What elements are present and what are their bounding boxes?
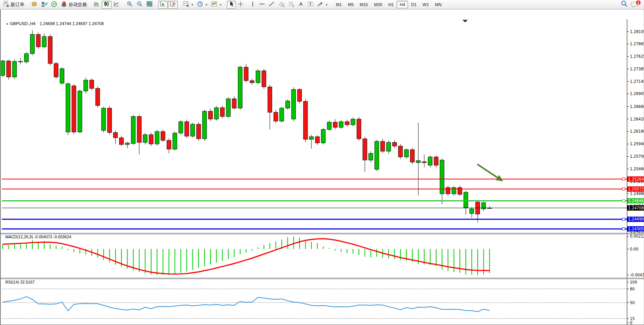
timeframe-m5[interactable]: M5	[345, 1, 357, 8]
bar-chart-icon	[93, 1, 100, 9]
shapes-tool[interactable]: ▼	[316, 1, 330, 9]
candle	[375, 141, 379, 170]
chart-window[interactable]: 1.281051.278651.276251.273851.271451.269…	[0, 10, 644, 325]
notifications-button[interactable]: 1	[631, 0, 640, 9]
timeframe-m1[interactable]: M1	[333, 1, 345, 8]
text-label-icon: T	[307, 1, 314, 9]
separator	[179, 1, 180, 8]
candle	[214, 108, 218, 119]
timeframe-m15[interactable]: M15	[357, 1, 371, 8]
trendline-tool[interactable]	[267, 1, 277, 9]
svg-text:80: 80	[630, 287, 635, 291]
candle	[149, 135, 153, 144]
candle	[161, 132, 165, 140]
candlestick-mode-button[interactable]	[102, 1, 112, 9]
pane-splitter-macd-rsi[interactable]	[1, 278, 644, 279]
svg-text:1.25460: 1.25460	[630, 167, 644, 171]
candle	[191, 124, 195, 136]
channel-tool[interactable]: E	[277, 1, 287, 9]
chart-title: ▼ GBPUSD-,H4 1.24698 1.24744 1.24697 1.2…	[5, 21, 104, 26]
auto-scroll-button[interactable]	[158, 1, 168, 9]
autotrade-button[interactable]: 自动交易	[59, 1, 88, 9]
candle	[321, 130, 325, 143]
candle	[102, 108, 106, 131]
svg-text:50: 50	[630, 301, 635, 305]
candle	[369, 153, 373, 160]
macd-indicator-label: MACD(12,26,9) -0.004073 -0.003624	[5, 235, 71, 239]
line-handle[interactable]	[622, 188, 625, 190]
search-icon[interactable]	[620, 0, 628, 9]
candle	[84, 80, 88, 91]
candle	[381, 141, 385, 151]
svg-text:1.26905: 1.26905	[630, 92, 644, 96]
chevron-down-icon: ▼	[205, 3, 208, 6]
timeframe-h4[interactable]: H4	[397, 1, 408, 8]
add-indicator-button[interactable]: ▼	[181, 1, 195, 9]
tile-windows-icon	[146, 1, 153, 9]
line-handle[interactable]	[622, 218, 625, 220]
svg-text:1.27865: 1.27865	[630, 42, 644, 46]
svg-text:0.002123: 0.002123	[630, 234, 644, 238]
candle	[1, 61, 5, 75]
gold-panel-icon	[31, 1, 38, 9]
svg-text:0.00: 0.00	[630, 247, 638, 251]
cursor-tool-button[interactable]	[227, 1, 236, 9]
candle	[256, 71, 260, 82]
chart-shift-button[interactable]	[168, 1, 178, 9]
zoom-out-button[interactable]	[135, 1, 145, 9]
candle	[72, 86, 76, 132]
symbol-period-label: GBPUSD-,H4	[10, 21, 35, 26]
text-a-icon: A	[298, 1, 304, 9]
horizontal-line-icon	[258, 1, 265, 9]
arrowhead-icon	[496, 175, 503, 181]
candle	[78, 91, 82, 132]
periods-button[interactable]: ▼	[195, 1, 209, 9]
candle	[345, 122, 349, 125]
timeframe-d1[interactable]: D1	[408, 1, 419, 8]
strategy-tester-button[interactable]	[49, 1, 59, 9]
svg-text:1.25072: 1.25072	[628, 187, 644, 191]
text-tool[interactable]: A	[296, 1, 306, 9]
pane-splitter-main-macd[interactable]	[1, 233, 644, 234]
vertical-line-tool[interactable]	[249, 1, 257, 9]
svg-text:1.25264: 1.25264	[628, 177, 644, 181]
zoom-in-button[interactable]	[125, 1, 135, 9]
rsi-line	[3, 296, 489, 312]
line-handle[interactable]	[622, 200, 625, 202]
auto-scroll-icon	[159, 1, 166, 9]
bar-chart-mode-button[interactable]	[92, 1, 102, 9]
text-label-tool[interactable]: T	[306, 1, 316, 9]
svg-text:1.25700: 1.25700	[630, 154, 644, 159]
clock-icon	[197, 1, 204, 9]
candle	[422, 162, 426, 163]
chart-shift-marker[interactable]	[462, 20, 468, 22]
horizontal-line-tool[interactable]	[257, 1, 267, 9]
timeframe-h1[interactable]: H1	[385, 1, 397, 8]
timeframe-mn[interactable]: MN	[432, 1, 445, 8]
line-chart-mode-button[interactable]	[112, 1, 121, 9]
candle	[24, 54, 29, 62]
candle	[48, 36, 52, 63]
new-order-button[interactable]: 新订单	[2, 1, 26, 9]
templates-button[interactable]: ▼	[209, 1, 223, 9]
line-handle[interactable]	[622, 178, 625, 181]
candle	[137, 116, 141, 142]
candle	[351, 119, 355, 125]
separator	[123, 1, 123, 8]
candle	[262, 71, 266, 87]
fibonacci-tool[interactable]: F	[287, 1, 296, 9]
crosshair-tool-button[interactable]	[236, 1, 245, 9]
market-watch-button[interactable]	[29, 1, 39, 9]
channel-icon: E	[278, 1, 285, 9]
candle	[6, 61, 11, 77]
candle	[333, 122, 337, 127]
svg-text:F: F	[293, 5, 294, 7]
data-window-button[interactable]	[39, 1, 49, 9]
tile-windows-button[interactable]	[145, 1, 155, 9]
timeframe-m30[interactable]: M30	[371, 1, 385, 8]
line-handle[interactable]	[622, 228, 625, 230]
timeframe-w1[interactable]: W1	[419, 1, 432, 8]
vertical-line-icon	[250, 1, 255, 9]
svg-text:E: E	[283, 5, 284, 7]
symbol-dropdown-icon[interactable]: ▼	[6, 22, 9, 26]
